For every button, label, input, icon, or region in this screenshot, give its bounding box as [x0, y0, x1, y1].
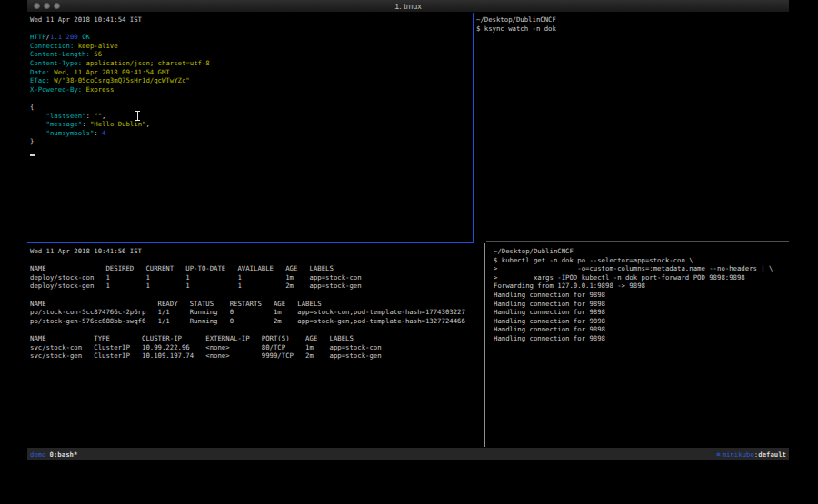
terminal-line: po/stock-con-5cc874766c-2p6rp 1/1 Runnin… — [30, 308, 481, 317]
tmux-status-bar: demo 0:bash* ☸ minikube : default — [27, 448, 789, 460]
terminal-line: $ kubectl get -n dok po --selector=app=s… — [494, 256, 786, 265]
terminal-line: NAME DESIRED CURRENT UP-TO-DATE AVAILABL… — [30, 264, 481, 273]
terminal-line — [30, 25, 470, 34]
terminal-line: Content-Type: application/json; charset=… — [30, 59, 470, 68]
terminal-line — [30, 325, 481, 334]
pane-port-forward[interactable]: ~/Desktop/DublinCNCF$ kubectl get -n dok… — [494, 247, 786, 443]
terminal-line: { — [30, 103, 470, 112]
terminal-line: Connection: keep-alive — [30, 42, 470, 51]
mouse-cursor-ibeam — [135, 111, 140, 121]
terminal-line: svc/stock-gen ClusterIP 10.109.197.74 <n… — [30, 351, 481, 361]
terminal-line: Wed 11 Apr 2018 10:41:56 IST — [30, 247, 481, 256]
pane-divider-horizontal-active[interactable] — [27, 242, 474, 243]
pane-divider-vertical-inactive[interactable] — [484, 243, 485, 447]
terminal-line: NAME TYPE CLUSTER-IP EXTERNAL-IP PORT(S)… — [30, 334, 481, 343]
traffic-lights — [34, 3, 60, 9]
terminal-line: "numsymbols": 4 — [30, 129, 470, 138]
kube-context: minikube — [723, 450, 754, 459]
terminal-line: > -o=custom-columns=:metadata.name --no-… — [494, 264, 786, 273]
tmux-window-tab[interactable]: 0:bash* — [50, 450, 78, 459]
terminal-line: X-Powered-By: Express — [30, 85, 470, 94]
terminal-line: Date: Wed, 11 Apr 2018 09:41:54 GMT — [30, 68, 470, 77]
terminal-window: 1. tmux Wed 11 Apr 2018 10:41:54 ISTHTTP… — [27, 0, 789, 460]
tmux-status-right: ☸ minikube : default — [716, 450, 786, 459]
zoom-button[interactable] — [54, 3, 60, 9]
window-titlebar[interactable]: 1. tmux — [27, 0, 789, 13]
terminal-line: Handling connection for 9898 — [494, 291, 786, 300]
terminal-line: ~/Desktop/DublinCNCF — [494, 247, 786, 256]
tmux-session-name: demo — [30, 450, 46, 459]
terminal-line: ~/Desktop/DublinCNCF — [476, 15, 785, 25]
terminal-line — [30, 94, 470, 103]
desktop-background: 1. tmux Wed 11 Apr 2018 10:41:54 ISTHTTP… — [0, 0, 818, 504]
pane-divider-horizontal-inactive[interactable] — [486, 241, 789, 242]
terminal-cursor — [30, 154, 35, 156]
terminal-line: svc/stock-con ClusterIP 10.99.222.96 <no… — [30, 343, 481, 352]
terminal-line: Handling connection for 9898 — [494, 334, 786, 343]
terminal-line: > xargs -IPOD kubectl -n dok port-forwar… — [494, 273, 786, 282]
terminal-line: Handling connection for 9898 — [494, 317, 786, 326]
pane-ksync-watch[interactable]: ~/Desktop/DublinCNCF$ ksync watch -n dok — [476, 15, 785, 239]
terminal-line: deploy/stock-con 1 1 1 1 1m app=stock-co… — [30, 273, 481, 282]
window-title: 1. tmux — [27, 2, 789, 11]
terminal-line: $ ksync watch -n dok — [476, 25, 785, 34]
kube-namespace: default — [758, 450, 786, 459]
pane-kubectl-resources[interactable]: Wed 11 Apr 2018 10:41:56 ISTNAME DESIRED… — [30, 247, 481, 443]
terminal-line: HTTP/1.1 200 OK — [30, 33, 470, 42]
terminal-line: po/stock-gen-576cc688bb-swqf6 1/1 Runnin… — [30, 317, 481, 326]
terminal-line: "lastseen": "", — [30, 112, 470, 121]
terminal-line: Handling connection for 9898 — [494, 300, 786, 309]
terminal-line: Handling connection for 9898 — [494, 325, 786, 334]
terminal-line: Forwarding from 127.0.0.1:9898 -> 9898 — [494, 282, 786, 291]
terminal-line: Wed 11 Apr 2018 10:41:54 IST — [30, 15, 470, 25]
close-button[interactable] — [34, 3, 40, 9]
pane-divider-vertical-active[interactable] — [473, 13, 474, 243]
terminal-line: "message": "Hello Dublin", — [30, 120, 470, 129]
terminal-line: Content-Length: 56 — [30, 50, 470, 59]
tmux-status-left: demo 0:bash* — [30, 450, 77, 459]
terminal-line: } — [30, 137, 470, 146]
terminal-line: Handling connection for 9898 — [494, 308, 786, 317]
terminal-line: NAME READY STATUS RESTARTS AGE LABELS — [30, 300, 481, 309]
terminal-line — [30, 256, 481, 265]
kubernetes-icon: ☸ — [716, 450, 720, 459]
terminal-line: deploy/stock-gen 1 1 1 1 2m app=stock-ge… — [30, 282, 481, 291]
terminal-line — [30, 291, 481, 300]
minimize-button[interactable] — [44, 3, 50, 9]
pane-http-response[interactable]: Wed 11 Apr 2018 10:41:54 ISTHTTP/1.1 200… — [30, 15, 470, 239]
terminal-line: ETag: W/"38-05coCsrg3mQ75sHr1d/qcWTwYZc" — [30, 76, 470, 85]
